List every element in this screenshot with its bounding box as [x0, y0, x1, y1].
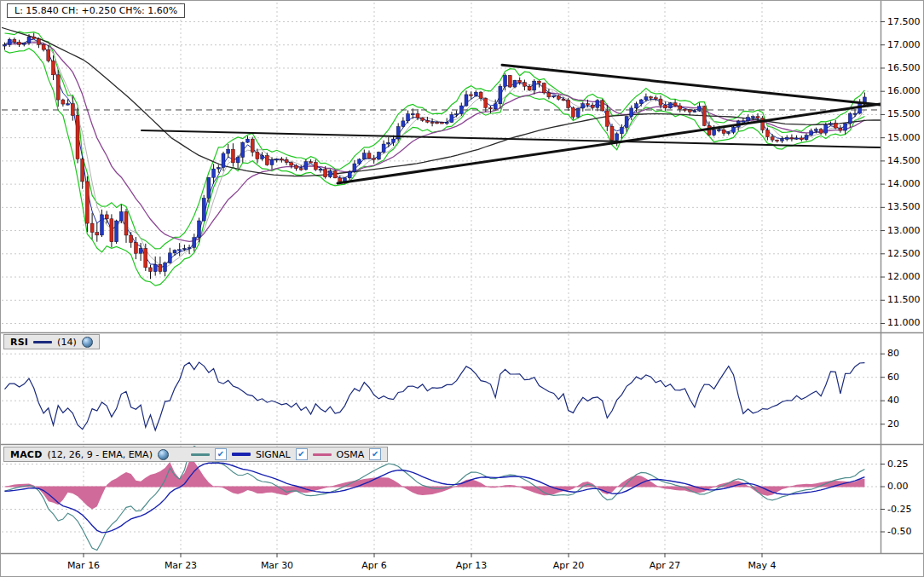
candle-body	[101, 215, 104, 235]
candle-body	[362, 153, 366, 159]
date-axis-label: Mar 30	[250, 560, 304, 571]
price-info-text: L: 15.840 CH: +0.250 CH%: 1.60%	[14, 5, 177, 16]
price-axis-label: 16.000	[887, 85, 921, 96]
candle-body	[198, 221, 201, 238]
candle-body	[747, 118, 750, 121]
candle-body	[819, 130, 823, 133]
candle-body	[246, 139, 250, 142]
macd-visibility-checkbox[interactable]: ✔	[215, 448, 227, 460]
price-axis-label: 11.000	[887, 317, 921, 328]
candle-body	[290, 163, 293, 165]
candle-body	[425, 120, 429, 122]
candle-body	[90, 223, 94, 233]
candle-body	[37, 39, 40, 45]
candle-body	[625, 117, 628, 128]
candle-body	[679, 106, 682, 109]
candle-body	[834, 124, 837, 129]
candle-body	[18, 42, 21, 44]
candle-body	[124, 211, 128, 235]
candle-body	[168, 253, 171, 263]
navy-ma-line	[5, 39, 865, 268]
macd-settings-globe-icon[interactable]	[158, 449, 169, 460]
rsi-line-sample	[33, 341, 52, 343]
rsi-params: (14)	[57, 337, 77, 348]
price-axis-label: 12.000	[887, 271, 921, 282]
candle-body	[508, 75, 511, 87]
candle-body	[251, 139, 254, 152]
candle-body	[465, 95, 468, 106]
candle-body	[22, 43, 26, 44]
candle-body	[489, 107, 493, 109]
upper-band-line	[5, 32, 865, 249]
candle-body	[222, 153, 225, 167]
candle-body	[149, 268, 153, 272]
signal-visibility-checkbox[interactable]: ✔	[296, 448, 308, 460]
candle-body	[52, 61, 55, 74]
candle-body	[518, 80, 522, 83]
price-axis-label: 16.500	[887, 62, 921, 73]
date-axis-label: Mar 16	[56, 560, 111, 571]
candle-body	[664, 105, 667, 108]
candle-body	[771, 137, 774, 141]
candle-body	[644, 97, 648, 100]
candle-body	[853, 113, 857, 114]
candle-body	[285, 159, 288, 163]
candle-body	[207, 177, 211, 198]
macd-axis-label: -0.50	[887, 526, 911, 537]
candle-body	[800, 138, 803, 140]
candle-body	[805, 136, 808, 140]
candle-body	[328, 171, 332, 177]
macd-params: (12, 26, 9 - EMA, EMA)	[47, 449, 152, 460]
signal-line-sample	[232, 453, 251, 456]
candle-body	[586, 104, 590, 106]
candle-body	[178, 250, 182, 251]
candle-body	[110, 219, 113, 242]
candle-body	[591, 105, 594, 107]
candle-body	[338, 178, 342, 182]
candle-body	[494, 104, 497, 109]
candle-body	[829, 124, 833, 125]
price-axis-label: 11.500	[887, 294, 921, 305]
candle-body	[407, 114, 410, 121]
candle-body	[159, 264, 162, 271]
candle-body	[193, 238, 196, 248]
chart-surface[interactable]	[1, 1, 924, 577]
candle-body	[401, 121, 405, 127]
gridlines	[2, 3, 881, 552]
candle-body	[756, 117, 759, 118]
candle-body	[630, 108, 633, 117]
price-axis-label: 12.500	[887, 248, 921, 259]
candle-body	[270, 160, 274, 165]
candle-body	[552, 95, 556, 97]
candle-body	[450, 115, 453, 123]
candle-body	[581, 104, 585, 108]
candle-body	[441, 123, 444, 124]
rsi-legend: RSI (14)	[3, 334, 100, 349]
candle-body	[533, 81, 536, 90]
macd-line-sample	[191, 453, 210, 456]
candle-body	[27, 37, 31, 43]
rsi-axis-label: 60	[887, 372, 899, 383]
main-price-panel	[1, 27, 881, 286]
candle-body	[119, 211, 123, 221]
candle-body	[722, 130, 725, 133]
osma-visibility-checkbox[interactable]: ✔	[369, 448, 381, 460]
candle-body	[227, 149, 230, 153]
candle-body	[261, 156, 264, 159]
candle-body	[742, 121, 745, 122]
candle-body	[668, 103, 672, 108]
candle-body	[299, 169, 303, 170]
candle-body	[610, 126, 614, 140]
candle-body	[557, 95, 560, 99]
candle-body	[265, 156, 269, 165]
rsi-settings-globe-icon[interactable]	[82, 337, 93, 348]
macd-axis-label: 0.25	[887, 459, 909, 470]
candle-body	[416, 113, 419, 118]
osma-label: OSMA	[337, 449, 365, 460]
candle-body	[280, 159, 283, 160]
candle-body	[304, 162, 308, 170]
candle-body	[182, 248, 186, 249]
candle-body	[392, 139, 396, 142]
rsi-line	[5, 362, 865, 430]
candle-body	[309, 162, 313, 163]
